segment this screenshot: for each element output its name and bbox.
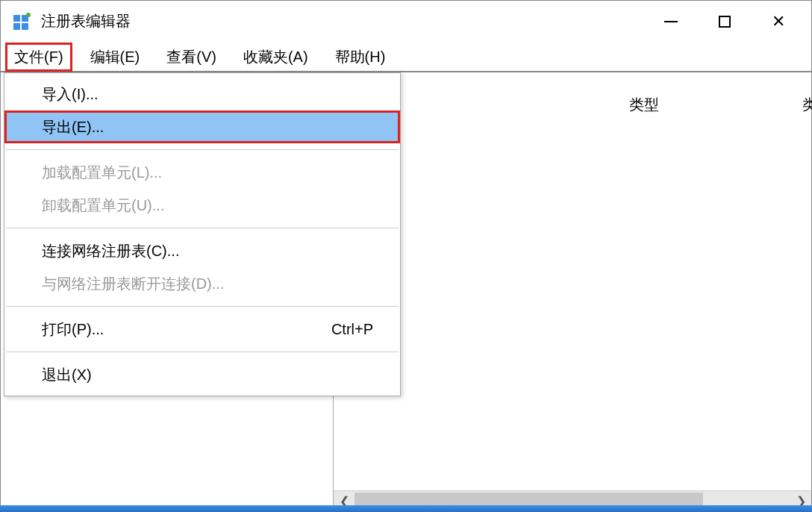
content-area: 导入(I)... 导出(E)... 加载配置单元(L)... 卸载配置单元(U)…: [1, 72, 811, 511]
values-panel: 类型 类 ❮ ❯: [333, 72, 811, 511]
separator: [6, 149, 399, 150]
menu-favorites[interactable]: 收藏夹(A): [234, 43, 317, 72]
menu-disconnect-network-registry: 与网络注册表断开连接(D)...: [4, 267, 400, 300]
file-dropdown-menu: 导入(I)... 导出(E)... 加载配置单元(L)... 卸载配置单元(U)…: [4, 72, 401, 396]
menu-load-hive: 加载配置单元(L)...: [4, 156, 400, 189]
minimize-button[interactable]: [656, 7, 686, 37]
menu-import[interactable]: 导入(I)...: [4, 78, 400, 110]
close-icon: ✕: [772, 13, 785, 30]
separator: [6, 228, 399, 228]
svg-rect-2: [13, 23, 20, 30]
window-controls: ✕: [656, 7, 793, 37]
menu-view[interactable]: 查看(V): [157, 43, 225, 72]
menu-connect-network-registry[interactable]: 连接网络注册表(C)...: [4, 234, 400, 267]
titlebar: 注册表编辑器 ✕: [1, 1, 811, 43]
registry-editor-window: 注册表编辑器 ✕ 文件(F) 编辑(E) 查看(V) 收藏夹(A) 帮助(H) …: [0, 0, 812, 512]
menubar: 文件(F) 编辑(E) 查看(V) 收藏夹(A) 帮助(H): [1, 43, 811, 72]
menu-exit[interactable]: 退出(X): [4, 358, 400, 391]
maximize-icon: [719, 16, 731, 28]
column-header-type[interactable]: 类型: [614, 95, 674, 115]
maximize-button[interactable]: [710, 7, 740, 37]
menu-print-label: 打印(P)...: [42, 319, 104, 340]
registry-editor-icon: [13, 13, 31, 31]
menu-print-shortcut: Ctrl+P: [331, 321, 373, 338]
separator: [6, 352, 399, 352]
menu-file[interactable]: 文件(F): [5, 43, 72, 72]
values-list: [334, 125, 811, 490]
svg-rect-0: [13, 15, 20, 22]
taskbar-edge: [0, 505, 812, 512]
menu-print[interactable]: 打印(P)... Ctrl+P: [4, 313, 400, 346]
column-header-partial[interactable]: 类: [787, 95, 812, 115]
svg-rect-3: [22, 23, 28, 30]
menu-export[interactable]: 导出(E)...: [4, 110, 400, 143]
svg-point-4: [26, 13, 31, 17]
menu-unload-hive: 卸载配置单元(U)...: [4, 189, 400, 222]
column-headers: 类型 类: [334, 72, 811, 125]
menu-edit[interactable]: 编辑(E): [81, 43, 149, 72]
window-title: 注册表编辑器: [41, 11, 656, 31]
separator: [6, 306, 399, 307]
menu-help[interactable]: 帮助(H): [326, 43, 395, 72]
close-button[interactable]: ✕: [763, 7, 793, 37]
minimize-icon: [664, 21, 678, 22]
